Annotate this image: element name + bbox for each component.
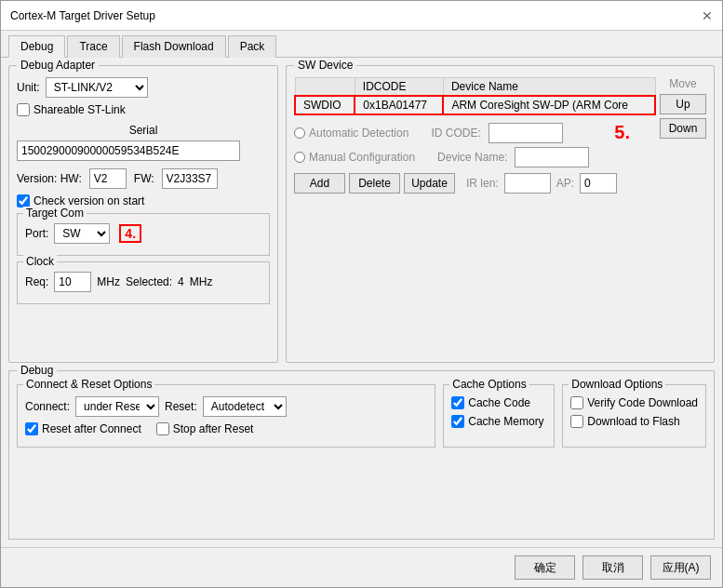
reset-after-checkbox[interactable]	[25, 422, 38, 435]
stop-after-row: Stop after Reset	[156, 422, 254, 435]
check-version-label: Check version on start	[33, 194, 144, 207]
auto-detect-row: Automatic Detection ID CODE:	[294, 123, 656, 143]
shareable-checkbox[interactable]	[17, 103, 30, 116]
port-select[interactable]: SW JTAG	[54, 223, 110, 244]
footer: 确定 取消 应用(A)	[1, 547, 722, 587]
top-section: Debug Adapter Unit: ST-LINK/V2 ST-LINK/V…	[8, 65, 715, 363]
clock-title: Clock	[23, 255, 57, 268]
serial-section: Serial	[17, 124, 270, 161]
port-row: Port: SW JTAG 4.	[25, 223, 261, 244]
down-button[interactable]: Down	[660, 118, 706, 139]
unit-label: Unit:	[17, 81, 40, 94]
stop-after-label: Stop after Reset	[173, 422, 254, 435]
delete-button[interactable]: Delete	[349, 173, 400, 194]
version-row: Version: HW: FW:	[17, 168, 270, 189]
hw-input[interactable]	[89, 168, 127, 189]
table-cell-name: SWDIO	[295, 96, 355, 114]
stop-after-checkbox[interactable]	[156, 422, 169, 435]
idcode-label: ID CODE:	[431, 127, 480, 140]
connect-select[interactable]: under Reset Normal with Pre-reset	[75, 396, 159, 417]
reset-select[interactable]: Autodetect SYSRESETREQ VECTRESET	[203, 396, 287, 417]
cache-options-group: Cache Options Cache Code Cache Memory	[443, 384, 555, 448]
target-com-title: Target Com	[23, 207, 87, 220]
connect-reset-title: Connect & Reset Options	[23, 378, 154, 391]
download-row: Download to Flash	[570, 415, 698, 428]
ap-label: AP:	[556, 177, 574, 190]
verify-row: Verify Code Download	[570, 396, 698, 409]
debug-bottom-title: Debug	[17, 364, 57, 377]
close-button[interactable]: ✕	[702, 8, 713, 23]
connect-row: Connect: under Reset Normal with Pre-res…	[25, 396, 427, 417]
ok-button[interactable]: 确定	[515, 555, 575, 580]
connect-label: Connect:	[25, 400, 70, 413]
ir-len-input[interactable]	[504, 173, 551, 194]
cache-memory-checkbox[interactable]	[451, 415, 464, 428]
verify-checkbox[interactable]	[570, 396, 583, 409]
apply-button[interactable]: 应用(A)	[650, 555, 711, 580]
update-button[interactable]: Update	[404, 173, 455, 194]
annotation-5: 5.	[614, 122, 630, 143]
table-cell-device: ARM CoreSight SW-DP (ARM Core	[443, 96, 655, 114]
check-version-checkbox[interactable]	[17, 194, 30, 207]
shareable-label: Shareable ST-Link	[33, 103, 126, 116]
table-header-idcode: IDCODE	[355, 78, 443, 97]
serial-input[interactable]	[17, 140, 240, 161]
device-name-input[interactable]	[515, 147, 589, 167]
table-cell-idcode: 0x1BA01477	[355, 96, 443, 114]
device-name-label: Device Name:	[437, 151, 507, 164]
ap-input[interactable]	[580, 173, 617, 194]
window-title: Cortex-M Target Driver Setup	[10, 9, 155, 22]
debug-adapter-title: Debug Adapter	[17, 59, 99, 72]
cache-code-checkbox[interactable]	[451, 396, 464, 409]
auto-detect-label: Automatic Detection	[309, 127, 408, 140]
annotation-4: 4.	[119, 224, 141, 243]
clock-group: Clock Req: MHz Selected: 4 MHz	[17, 261, 270, 304]
sw-device-inner: IDCODE Device Name SWDIO 0x1BA01477 ARM …	[294, 77, 706, 199]
cache-code-label: Cache Code	[468, 396, 530, 409]
sw-device-group: SW Device IDCODE Device Name	[286, 65, 715, 363]
shareable-row: Shareable ST-Link	[17, 103, 270, 116]
up-button[interactable]: Up	[660, 94, 706, 114]
unit-row: Unit: ST-LINK/V2 ST-LINK/V3	[17, 77, 270, 98]
ir-len-label: IR len:	[466, 177, 499, 190]
fw-input[interactable]	[162, 168, 218, 189]
detection-section: Automatic Detection ID CODE: Manual Conf…	[294, 123, 656, 167]
reset-after-label: Reset after Connect	[42, 422, 141, 435]
cache-options-title: Cache Options	[449, 378, 529, 391]
tab-flash-download[interactable]: Flash Download	[122, 35, 226, 58]
check-version-row: Check version on start	[17, 194, 270, 207]
ir-ap-row: IR len: AP:	[466, 173, 617, 194]
main-window: Cortex-M Target Driver Setup ✕ Debug Tra…	[0, 0, 723, 588]
title-bar: Cortex-M Target Driver Setup ✕	[1, 1, 722, 31]
add-button[interactable]: Add	[294, 173, 345, 194]
download-checkbox[interactable]	[570, 415, 583, 428]
debug-bottom-group: Debug Connect & Reset Options Connect: u…	[8, 370, 715, 540]
reset-options-row: Reset after Connect Stop after Reset	[25, 422, 427, 441]
verify-label: Verify Code Download	[587, 396, 698, 409]
unit-select[interactable]: ST-LINK/V2 ST-LINK/V3	[46, 77, 148, 98]
sw-left: IDCODE Device Name SWDIO 0x1BA01477 ARM …	[294, 77, 656, 199]
connect-reset-group: Connect & Reset Options Connect: under R…	[17, 384, 435, 448]
idcode-input[interactable]	[489, 123, 563, 143]
debug-options-row: Connect & Reset Options Connect: under R…	[17, 384, 706, 448]
manual-config-radio[interactable]	[294, 152, 305, 163]
manual-config-row: Manual Configuration Device Name:	[294, 147, 656, 167]
table-row[interactable]: SWDIO 0x1BA01477 ARM CoreSight SW-DP (AR…	[295, 96, 655, 114]
tab-debug[interactable]: Debug	[8, 35, 65, 58]
manual-config-label: Manual Configuration	[309, 151, 415, 164]
req-input[interactable]	[54, 272, 91, 292]
serial-label: Serial	[17, 124, 270, 137]
download-options-title: Download Options	[569, 378, 665, 391]
selected-value: 4	[178, 275, 184, 288]
selected-mhz-label: MHz	[190, 275, 213, 288]
version-label: Version: HW:	[17, 172, 82, 185]
port-label: Port:	[25, 227, 48, 240]
tab-pack[interactable]: Pack	[228, 35, 277, 58]
reset-after-row: Reset after Connect	[25, 422, 141, 435]
tab-bar: Debug Trace Flash Download Pack	[1, 31, 722, 58]
cancel-button[interactable]: 取消	[582, 555, 643, 580]
auto-detect-radio[interactable]	[294, 127, 305, 139]
tab-trace[interactable]: Trace	[67, 35, 119, 58]
move-label: Move	[660, 77, 706, 90]
fw-label: FW:	[134, 172, 154, 185]
